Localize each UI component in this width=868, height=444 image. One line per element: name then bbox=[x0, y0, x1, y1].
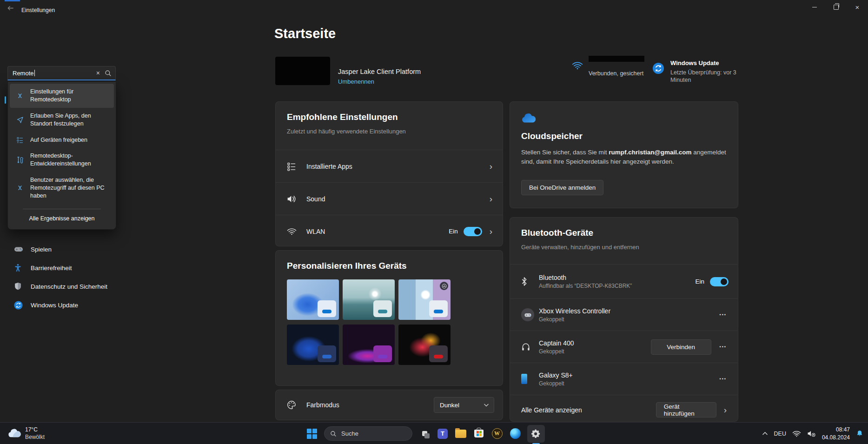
location-arrow-icon bbox=[16, 116, 25, 124]
teams-app-button[interactable]: T bbox=[437, 428, 449, 440]
edge-icon bbox=[510, 428, 521, 439]
file-explorer-button[interactable] bbox=[455, 428, 467, 440]
theme-accent-pill bbox=[378, 310, 387, 313]
keyboard-language[interactable]: DEU bbox=[774, 431, 786, 437]
remote-desktop-icon bbox=[16, 92, 25, 99]
wlan-toggle[interactable] bbox=[464, 227, 482, 236]
wlan-row[interactable]: WLAN Ein › bbox=[276, 215, 503, 247]
theme-accent-pill bbox=[378, 355, 387, 358]
cloud-storage-card: Cloudspeicher Stellen Sie sicher, dass S… bbox=[510, 101, 738, 208]
more-options-icon[interactable]: ••• bbox=[718, 310, 729, 320]
restore-icon bbox=[834, 5, 839, 10]
all-devices-row[interactable]: Alle Geräte anzeigen Gerät hinzufügen › bbox=[510, 395, 738, 424]
sidebar-item-datenschutz[interactable]: Datenschutz und Sicherheit bbox=[7, 278, 146, 295]
account-email: rumpf.christian@gmail.com bbox=[609, 149, 691, 156]
search-result-remote-users[interactable]: Benutzer auswählen, die Remotezugriff au… bbox=[10, 172, 114, 204]
image-unavailable-icon bbox=[440, 282, 448, 290]
sidebar-nav: Spielen Barrierefreiheit Datenschutz und… bbox=[7, 240, 146, 314]
connect-button[interactable]: Verbinden bbox=[651, 339, 711, 355]
bluetooth-toggle-row[interactable]: Bluetooth Auffindbar als “DESKTOP-K83CBR… bbox=[510, 264, 738, 298]
tray-time: 08:47 bbox=[822, 426, 850, 433]
start-button[interactable] bbox=[306, 428, 318, 440]
sidebar-item-windows-update[interactable]: Windows Update bbox=[7, 296, 146, 314]
clock-widget[interactable]: 08:47 04.08.2024 bbox=[822, 426, 850, 441]
device-thumbnail bbox=[275, 57, 330, 85]
window-controls: × bbox=[804, 0, 868, 14]
bluetooth-discoverable: Auffindbar als “DESKTOP-K83CBRK” bbox=[539, 283, 695, 289]
theme-mini-card bbox=[318, 345, 336, 362]
microsoft-store-button[interactable] bbox=[473, 428, 485, 440]
search-result-location-apps[interactable]: Erlauben Sie Apps, den Standort festzule… bbox=[10, 108, 114, 132]
chevron-down-icon bbox=[484, 403, 489, 407]
back-button[interactable] bbox=[7, 4, 17, 12]
personalization-card: Personalisieren Ihres Geräts bbox=[275, 250, 503, 386]
search-result-remote-desktop[interactable]: Einstellungen für Remotedesktop bbox=[10, 84, 114, 108]
back-arrow-icon bbox=[7, 5, 14, 12]
installed-apps-row[interactable]: Installierte Apps › bbox=[276, 150, 503, 182]
add-device-button[interactable]: Gerät hinzufügen bbox=[656, 402, 716, 417]
cloud-body: Stellen Sie sicher, dass Sie mit rumpf.c… bbox=[521, 148, 727, 167]
device-row-captain400[interactable]: Captain 400 Gekoppelt Verbinden ••• bbox=[510, 331, 738, 363]
taskbar-search-placeholder: Suche bbox=[341, 430, 358, 437]
bluetooth-toggle[interactable] bbox=[710, 277, 729, 286]
color-mode-label: Farbmodus bbox=[306, 401, 434, 409]
device-name: Jasper Lake Client Platform bbox=[338, 68, 421, 75]
search-input[interactable]: Remote × bbox=[7, 66, 116, 80]
more-options-icon[interactable]: ••• bbox=[718, 374, 729, 384]
device-row-galaxy[interactable]: Galaxy S8+ Gekoppelt ••• bbox=[510, 363, 738, 395]
theme-thumbnail-nature[interactable] bbox=[398, 279, 451, 320]
bluetooth-icon bbox=[521, 277, 539, 286]
remote-users-icon bbox=[16, 184, 25, 192]
theme-thumbnail-flower[interactable] bbox=[398, 325, 451, 365]
clear-search-button[interactable]: × bbox=[92, 69, 105, 77]
tray-chevron-up-icon[interactable] bbox=[762, 431, 768, 436]
recommended-title: Empfohlene Einstellungen bbox=[287, 112, 491, 122]
close-button[interactable]: × bbox=[847, 0, 868, 14]
theme-mini-card bbox=[373, 345, 392, 362]
windows-update-icon bbox=[14, 301, 23, 310]
wow-icon: W bbox=[492, 428, 503, 439]
restore-button[interactable] bbox=[825, 0, 847, 14]
theme-thumbnail-bloom-dark[interactable] bbox=[287, 325, 339, 365]
rename-link[interactable]: Umbenennen bbox=[338, 78, 374, 85]
show-all-results[interactable]: Alle Ergebnisse anzeigen bbox=[8, 209, 116, 226]
tray-wifi-icon[interactable] bbox=[792, 431, 801, 437]
search-icon[interactable] bbox=[105, 70, 112, 77]
theme-thumbnail-bloom-light[interactable] bbox=[287, 279, 339, 320]
tray-volume-muted-icon[interactable] bbox=[807, 430, 816, 437]
phone-icon bbox=[521, 374, 539, 384]
search-result-share-devices[interactable]: Auf Geräten freigeben bbox=[10, 132, 114, 148]
sidebar-item-barrierefreiheit[interactable]: Barrierefreiheit bbox=[7, 259, 146, 277]
color-mode-select[interactable]: Dunkel bbox=[434, 397, 494, 413]
xbox-controller-icon bbox=[521, 308, 539, 321]
taskbar-search[interactable]: Suche bbox=[324, 426, 412, 441]
gear-icon bbox=[531, 429, 541, 439]
theme-thumbnail-lake[interactable] bbox=[343, 279, 395, 320]
dev-tools-icon bbox=[16, 156, 25, 164]
weather-widget[interactable]: 17°C Bewölkt bbox=[7, 426, 45, 440]
windows-update-status-icon bbox=[653, 63, 664, 75]
sidebar-item-spielen[interactable]: Spielen bbox=[7, 240, 146, 258]
sound-row[interactable]: Sound › bbox=[276, 182, 503, 215]
more-options-icon[interactable]: ••• bbox=[718, 342, 729, 352]
page-title: Startseite bbox=[274, 26, 336, 41]
theme-grid bbox=[287, 279, 491, 365]
minimize-button[interactable] bbox=[804, 0, 825, 14]
cloud-weather-icon bbox=[7, 429, 21, 438]
search-result-rd-developer[interactable]: Remotedesktop-Entwicklereinstellungen bbox=[10, 148, 114, 172]
onedrive-signin-button[interactable]: Bei OneDrive anmelden bbox=[521, 180, 603, 195]
wlan-toggle-label: Ein bbox=[449, 228, 458, 235]
edge-browser-button[interactable] bbox=[509, 428, 521, 440]
shield-icon bbox=[14, 282, 23, 291]
device-row-xbox[interactable]: Xbox Wireless Controller Gekoppelt ••• bbox=[510, 298, 738, 331]
wow-app-button[interactable]: W bbox=[491, 428, 503, 440]
taskbar-center: Suche T W bbox=[306, 423, 545, 444]
task-view-button[interactable] bbox=[418, 428, 431, 440]
theme-thumbnail-glow[interactable] bbox=[343, 325, 395, 365]
notification-bell-icon[interactable] bbox=[856, 430, 863, 437]
color-mode-card: Farbmodus Dunkel bbox=[275, 390, 503, 420]
bluetooth-toggle-label: Ein bbox=[695, 278, 704, 285]
store-bag-icon bbox=[474, 430, 484, 437]
settings-app-button-active[interactable] bbox=[527, 425, 545, 443]
device-status: Gekoppelt bbox=[539, 348, 651, 355]
